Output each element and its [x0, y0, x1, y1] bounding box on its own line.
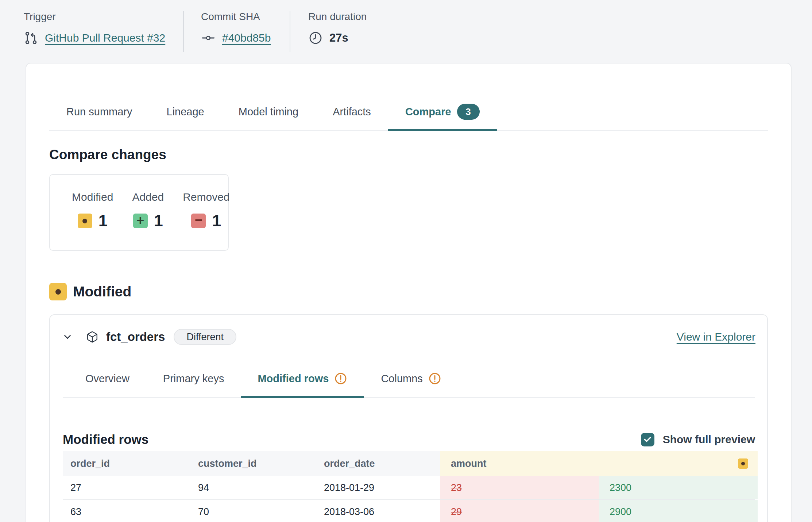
tab-model-timing[interactable]: Model timing	[221, 104, 316, 131]
run-detail-card: Run summary Lineage Model timing Artifac…	[26, 63, 792, 522]
summary-modified: Modified 1	[72, 191, 113, 250]
col-header-amount: amount	[440, 451, 758, 476]
pull-request-icon	[24, 31, 38, 45]
cell-order-id: 63	[63, 500, 190, 522]
duration-value: 27s	[329, 31, 348, 45]
clock-icon	[308, 31, 323, 45]
model-tabs: Overview Primary keys Modified rows Colu…	[63, 372, 755, 398]
removed-minus-icon: −	[191, 214, 206, 228]
modified-rows-header: Modified rows Show full preview	[63, 432, 755, 447]
tab-lineage[interactable]: Lineage	[150, 104, 221, 131]
commit-label: Commit SHA	[201, 11, 290, 23]
modified-section-header: Modified	[49, 283, 768, 300]
table-row: 27 94 2018-01-29 23 2300	[63, 476, 755, 500]
removed-count: 1	[212, 211, 221, 230]
table-header-row: order_id customer_id order_date amount	[63, 451, 755, 476]
added-label: Added	[132, 191, 164, 203]
duration-stat: Run duration 27s	[308, 11, 367, 52]
run-stats-bar: Trigger GitHub Pull Request #32 Commit S…	[0, 0, 812, 52]
tab-primary-keys[interactable]: Primary keys	[146, 372, 241, 398]
stat-divider	[290, 11, 290, 52]
duration-label: Run duration	[308, 11, 367, 23]
trigger-stat: Trigger GitHub Pull Request #32	[24, 11, 183, 52]
summary-added: Added + 1	[132, 191, 164, 250]
view-in-explorer-link[interactable]: View in Explorer	[677, 331, 755, 343]
modified-dot-icon	[78, 214, 92, 228]
modified-section-icon	[49, 283, 67, 300]
cell-customer-id: 70	[190, 500, 316, 522]
model-card-fct-orders: fct_orders Different View in Explorer Ov…	[49, 314, 768, 522]
modified-section-title: Modified	[73, 284, 131, 300]
show-full-preview-checkbox[interactable]	[641, 433, 654, 446]
compare-count-badge: 3	[457, 104, 480, 120]
modified-label: Modified	[72, 191, 113, 203]
model-name: fct_orders	[106, 330, 165, 344]
warning-icon	[428, 372, 441, 385]
tab-modified-rows[interactable]: Modified rows	[241, 372, 364, 398]
trigger-label: Trigger	[24, 11, 183, 23]
trigger-link[interactable]: GitHub Pull Request #32	[45, 32, 165, 44]
status-badge: Different	[174, 329, 236, 345]
show-full-preview-toggle[interactable]: Show full preview	[641, 433, 755, 446]
added-plus-icon: +	[133, 214, 148, 228]
tab-artifacts[interactable]: Artifacts	[316, 104, 388, 131]
tab-overview[interactable]: Overview	[69, 372, 146, 398]
col-header-order-id: order_id	[63, 458, 190, 469]
show-full-preview-label: Show full preview	[663, 433, 755, 446]
stat-divider	[183, 11, 184, 52]
commit-icon	[201, 31, 216, 45]
summary-removed: Removed − 1	[183, 191, 229, 250]
modified-rows-table: order_id customer_id order_date amount 2…	[63, 451, 755, 522]
model-header: fct_orders Different View in Explorer	[50, 315, 767, 345]
tab-run-summary[interactable]: Run summary	[49, 104, 150, 131]
cell-amount-new: 2300	[599, 476, 758, 499]
table-row: 63 70 2018-03-06 29 2900	[63, 500, 755, 522]
model-cube-icon	[86, 331, 98, 343]
removed-label: Removed	[183, 191, 229, 203]
cell-order-date: 2018-01-29	[316, 476, 440, 499]
run-tabs: Run summary Lineage Model timing Artifac…	[49, 64, 768, 131]
cell-amount-old: 29	[440, 500, 599, 522]
cell-amount-old: 23	[440, 476, 599, 499]
cell-amount-new: 2900	[599, 500, 758, 522]
col-header-customer-id: customer_id	[190, 458, 316, 469]
page-title: Compare changes	[49, 147, 768, 162]
modified-rows-title: Modified rows	[63, 432, 148, 447]
commit-sha-link[interactable]: #40bd85b	[222, 32, 271, 44]
tab-columns[interactable]: Columns	[364, 372, 458, 398]
cell-order-id: 27	[63, 476, 190, 499]
modified-count: 1	[98, 211, 108, 230]
cell-order-date: 2018-03-06	[316, 500, 440, 522]
commit-stat: Commit SHA #40bd85b	[201, 11, 290, 52]
compare-summary-card: Modified 1 Added + 1 Removed − 1	[49, 174, 229, 251]
modified-column-marker-icon	[738, 458, 748, 469]
added-count: 1	[154, 211, 163, 230]
tab-compare[interactable]: Compare 3	[388, 104, 497, 131]
col-header-order-date: order_date	[316, 458, 440, 469]
warning-icon	[334, 372, 347, 385]
cell-customer-id: 94	[190, 476, 316, 499]
chevron-down-icon[interactable]	[62, 331, 73, 342]
